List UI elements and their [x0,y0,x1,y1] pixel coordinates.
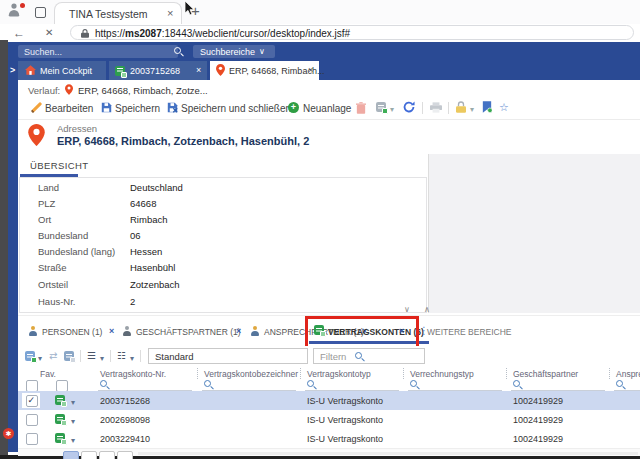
column-search-icon[interactable] [307,380,316,389]
row-action-chevron-icon[interactable]: ▾ [71,399,75,407]
tab-address[interactable]: ERP, 64668, Rimbach... × [210,61,319,80]
ansprechpartner-icon [250,326,260,336]
url-path: :18443/webclient/cursor/desktop/index.js… [162,28,350,39]
tab-close-icon[interactable]: × [308,65,313,75]
field-label: Land [38,182,59,193]
grid-filter-icon[interactable] [355,352,364,361]
grid-view-chevron-icon[interactable]: ▾ [130,355,134,363]
col-partner[interactable]: Geschäftspartner [513,369,578,379]
browser-addressbar: ← ✕ https://ms2087:18443/webclient/curso… [0,24,640,43]
tab-close-icon[interactable]: × [109,327,114,336]
app-sidebar-strip [8,61,18,452]
col-typ[interactable]: Vertragskontotyp [307,369,371,379]
global-search-input[interactable] [18,45,178,58]
row-checkbox[interactable] [26,395,38,407]
tab-uebersicht[interactable]: ÜBERSICHT [30,160,89,171]
site-lock-icon[interactable] [81,29,89,38]
table-row[interactable]: ▾ 2003229410 IS-U Vertragskonto 10024199… [18,429,640,449]
toolbar-separator [422,102,423,114]
edit-button[interactable]: Bearbeiten [45,103,93,114]
scroll-button[interactable] [81,451,97,459]
geschaeftspartner-icon [122,326,132,336]
column-search-icon[interactable] [513,380,522,389]
grid-filter-input[interactable] [313,348,425,364]
row-record-icon[interactable] [55,395,65,405]
scroll-track[interactable] [138,452,638,455]
column-separator[interactable] [197,368,198,379]
sidebar-alert-badge[interactable]: ✱ [3,428,14,439]
browser-tab-close-icon[interactable]: × [167,7,173,19]
grid-new-icon[interactable] [25,351,35,361]
save-close-icon [167,102,178,113]
browser-tab[interactable]: TINA Testsystem × [54,2,182,24]
grid-new-chevron-icon[interactable]: ▾ [38,355,42,363]
tab-geschaeftspartner[interactable]: GESCHÄFTSPARTNER (1) [136,327,241,337]
col-konto-nr[interactable]: Vertragskonto-Nr. [100,369,166,379]
address-field[interactable]: https://ms2087:18443/webclient/cursor/de… [70,25,634,40]
lock-record-icon[interactable] [456,101,466,113]
save-close-button[interactable]: Speichern und schließen [181,103,291,114]
tab-mein-cockpit[interactable]: Mein Cockpit [18,61,106,80]
tab-close-icon[interactable]: × [236,327,241,336]
cell-partner: 1002419929 [513,434,563,444]
row-checkbox[interactable] [26,433,38,445]
copy-record-chevron-icon[interactable]: ▾ [390,106,394,114]
scroll-button[interactable] [117,451,133,459]
row-checkbox[interactable] [26,414,38,426]
save-button[interactable]: Speichern [115,103,160,114]
column-search-icon[interactable] [204,380,213,389]
stop-icon[interactable]: ✕ [45,27,53,38]
grid-swap-icon[interactable]: ⇄ [49,350,57,361]
col-verrechnung[interactable]: Verrechnungstyp [410,369,474,379]
grid-menu-chevron-icon[interactable]: ▾ [100,355,104,363]
column-separator[interactable] [403,368,404,379]
app-tabbar: > Mein Cockpit 2003715268 × ERP, 64668, … [8,61,640,80]
grid-copy-icon[interactable] [64,351,74,361]
table-row[interactable]: ▾ 2002698098 IS-U Vertragskonto 10024199… [18,410,640,430]
browser-profile-icon[interactable] [8,4,21,17]
tab-personen[interactable]: PERSONEN (1) [42,327,102,337]
field-value: 2 [130,296,135,307]
refresh-icon[interactable] [403,101,415,113]
record-type-label: Adressen [57,123,97,134]
copy-record-icon[interactable] [376,102,386,112]
delete-icon[interactable] [356,102,366,114]
column-search-icon[interactable] [410,380,419,389]
history-entry[interactable]: ERP, 64668, Rimbach, Zotze... [78,85,208,96]
row-action-chevron-icon[interactable]: ▾ [71,437,75,445]
col-bezeichner[interactable]: Vertragskontobezeichner [204,369,298,379]
column-search-icon[interactable] [616,380,625,389]
collapse-up-icon[interactable]: ∧ [424,305,430,314]
grid-view-icon[interactable]: ☷ [117,350,126,361]
tab-search-icon[interactable] [35,7,46,18]
tab-close-icon[interactable]: × [196,65,201,75]
row-action-chevron-icon[interactable]: ▾ [71,418,75,426]
row-record-icon[interactable] [55,433,65,443]
column-separator[interactable] [300,368,301,379]
col-fav[interactable]: Fav. [40,369,56,379]
scroll-button[interactable] [99,451,115,459]
col-ansprech[interactable]: Ansprec [616,369,640,379]
grid-view-input[interactable] [148,348,308,364]
collapse-down-icon[interactable]: ∨ [404,305,410,314]
grid-menu-icon[interactable]: ☰ [87,350,96,361]
column-separator[interactable] [609,368,610,379]
assign-icon[interactable] [482,101,492,113]
row-record-icon[interactable] [55,414,65,424]
lock-chevron-icon[interactable]: ▾ [470,106,474,114]
column-separator[interactable] [506,368,507,379]
create-button[interactable]: Neuanlage [303,103,351,114]
scroll-thumb[interactable] [63,451,79,459]
search-areas-button[interactable]: Suchbereiche ∨ [193,45,275,58]
table-row[interactable]: ▾ 2003715268 IS-U Vertragskonto 10024199… [18,391,640,411]
favorite-star-icon[interactable]: ☆ [499,101,509,114]
tab-weitere-bereiche[interactable]: WEITERE BEREICHE [427,327,512,337]
tab-contract[interactable]: 2003715268 × [109,61,207,80]
sidebar-expand-icon[interactable]: > [10,65,15,75]
column-search-icon[interactable] [100,380,109,389]
field-label: Ortsteil [38,279,68,290]
browser-tab-title: TINA Testsystem [69,8,148,20]
detail-pane-empty [428,154,640,313]
back-icon[interactable]: ← [13,26,25,40]
global-search-icon[interactable] [174,47,183,56]
